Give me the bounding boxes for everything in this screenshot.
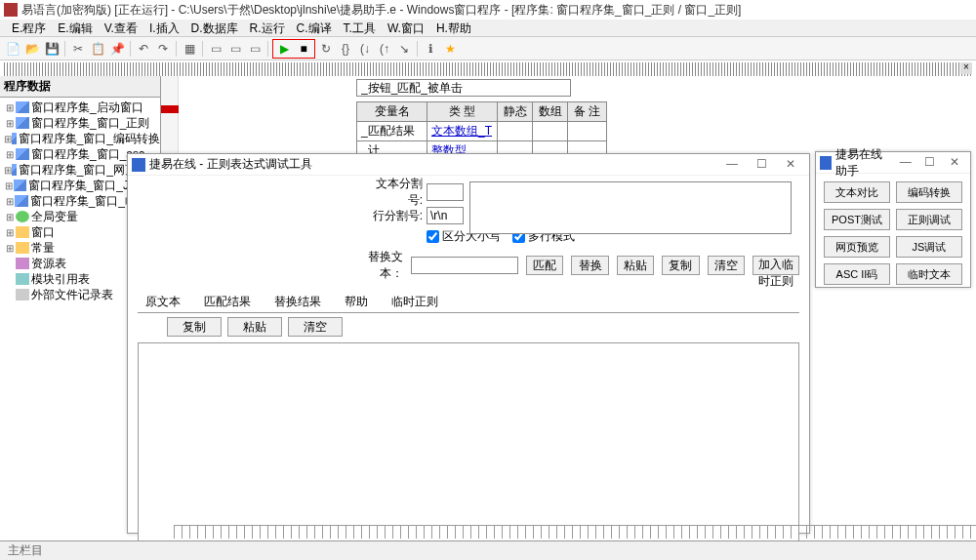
save-icon[interactable]: 💾 [43, 40, 61, 58]
status-bar: 主栏目 [0, 540, 976, 560]
sub-copy-button[interactable]: 复制 [167, 317, 222, 337]
minimize-button[interactable]: — [717, 155, 747, 175]
helper-button[interactable]: 临时文本 [896, 263, 962, 285]
separator [417, 41, 418, 57]
open-icon[interactable]: 📂 [23, 40, 41, 58]
regex-pattern-input[interactable] [469, 181, 792, 234]
menu-database[interactable]: D.数据库 [185, 20, 244, 36]
menu-search[interactable]: V.查看 [99, 20, 143, 36]
close-icon[interactable]: × [960, 62, 972, 74]
tree-item[interactable]: ⊞窗口程序集_窗口_正则 [4, 115, 160, 131]
menu-help[interactable]: H.帮助 [430, 20, 477, 36]
clear-button[interactable]: 清空 [708, 256, 745, 275]
helper-titlebar[interactable]: 捷易在线助手 — ☐ ✕ [816, 152, 970, 174]
step-out-icon[interactable]: (↑ [376, 40, 393, 58]
result-tab[interactable]: 帮助 [337, 292, 376, 312]
tree-twisty-icon[interactable]: ⊞ [4, 118, 16, 129]
folder-icon [16, 242, 29, 254]
app-icon [4, 3, 18, 17]
breadcrumb-input[interactable] [356, 79, 571, 97]
helper-title: 捷易在线助手 [835, 146, 894, 180]
helper-button[interactable]: 文本对比 [824, 181, 890, 203]
menu-file[interactable]: E.程序 [6, 20, 52, 36]
th-static: 静态 [498, 102, 533, 122]
replace-input[interactable] [411, 257, 518, 274]
run-icon[interactable]: ▶ [275, 40, 293, 58]
tree-twisty-icon[interactable]: ⊞ [4, 102, 16, 113]
helper-minimize[interactable]: — [893, 153, 917, 173]
result-tab[interactable]: 替换结果 [266, 292, 329, 312]
menu-insert[interactable]: I.插入 [143, 20, 185, 36]
bottom-tab[interactable]: 主栏目 [8, 542, 43, 559]
tree-twisty-icon[interactable]: ⊞ [4, 149, 16, 160]
ruler [174, 525, 976, 539]
replace-button[interactable]: 替换 [571, 256, 608, 275]
dock-header: × [4, 62, 972, 76]
helper-maximize[interactable]: ☐ [917, 153, 942, 173]
redo-icon[interactable]: ↷ [154, 40, 172, 58]
breakpoint-icon[interactable]: ↘ [395, 40, 413, 58]
chk-case[interactable] [427, 230, 439, 243]
window3-icon[interactable]: ▭ [246, 40, 264, 58]
tree-item[interactable]: ⊞窗口程序集_启动窗口 [4, 100, 160, 115]
dialog-icon [132, 158, 145, 172]
cell-name[interactable]: _匹配结果 [357, 122, 427, 141]
help-icon[interactable]: ℹ [422, 40, 439, 58]
cell-static[interactable] [498, 122, 533, 141]
breakpoint-mark-icon [161, 105, 179, 113]
cut-icon[interactable]: ✂ [69, 40, 87, 58]
step-over-icon[interactable]: {} [337, 40, 354, 58]
menu-tools[interactable]: T.工具 [338, 20, 382, 36]
dialog-titlebar[interactable]: 捷易在线 - 正则表达式调试工具 — ☐ ✕ [128, 154, 809, 176]
tree-twisty-icon[interactable]: ⊞ [4, 212, 16, 222]
undo-icon[interactable]: ↶ [135, 40, 152, 58]
maximize-button[interactable]: ☐ [747, 155, 776, 175]
menu-compile[interactable]: C.编译 [291, 20, 338, 36]
copy-button[interactable]: 复制 [662, 256, 699, 275]
window-icon[interactable]: ▭ [207, 40, 224, 58]
paste-icon[interactable]: 📌 [108, 40, 126, 58]
table-row[interactable]: _匹配结果文本数组_T [357, 122, 607, 141]
tree-twisty-icon[interactable]: ⊞ [4, 134, 12, 144]
new-icon[interactable]: 📄 [4, 40, 21, 58]
helper-button[interactable]: 编码转换 [896, 181, 962, 203]
tree-twisty-icon[interactable]: ⊞ [4, 243, 16, 254]
step-into-icon[interactable]: (↓ [356, 40, 374, 58]
cell-array[interactable] [533, 122, 568, 141]
star-icon[interactable]: ★ [441, 40, 459, 58]
stop-icon[interactable]: ■ [295, 40, 312, 58]
regex-tool-dialog: 捷易在线 - 正则表达式调试工具 — ☐ ✕ 文本分割号: 行分割号: 区分大小… [127, 153, 810, 534]
result-tab[interactable]: 原文本 [138, 292, 188, 312]
cell-type[interactable]: 文本数组_T [427, 122, 498, 141]
menu-run[interactable]: R.运行 [244, 20, 291, 36]
copy-icon[interactable]: 📋 [89, 40, 106, 58]
result-tab[interactable]: 匹配结果 [196, 292, 259, 312]
helper-button[interactable]: POST测试 [824, 209, 890, 230]
sub-paste-button[interactable]: 粘贴 [227, 317, 282, 337]
close-button[interactable]: ✕ [776, 155, 805, 175]
result-tab[interactable]: 临时正则 [384, 292, 446, 312]
sub-clear-button[interactable]: 清空 [288, 317, 343, 337]
step-icon[interactable]: ↻ [317, 40, 335, 58]
cell-remark[interactable] [568, 122, 607, 141]
tree-twisty-icon[interactable]: ⊞ [4, 180, 14, 191]
helper-button[interactable]: ASC II码 [824, 263, 890, 285]
tree-twisty-icon[interactable]: ⊞ [4, 227, 16, 238]
tree-twisty-icon[interactable]: ⊞ [4, 196, 15, 207]
helper-close[interactable]: ✕ [942, 153, 966, 173]
helper-button[interactable]: JS调试 [896, 236, 962, 258]
match-button[interactable]: 匹配 [526, 256, 563, 275]
helper-button[interactable]: 网页预览 [824, 236, 890, 258]
menu-window[interactable]: W.窗口 [382, 20, 430, 36]
add-temp-button[interactable]: 加入临时正则 [752, 256, 799, 275]
line-split-input[interactable] [427, 207, 464, 224]
tool-icon[interactable]: ▦ [181, 40, 198, 58]
menu-edit[interactable]: E.编辑 [52, 20, 98, 36]
tree-item-label: 模块引用表 [31, 271, 90, 288]
helper-button[interactable]: 正则调试 [896, 209, 962, 230]
text-split-input[interactable] [427, 183, 464, 201]
window2-icon[interactable]: ▭ [226, 40, 244, 58]
tree-item[interactable]: ⊞窗口程序集_窗口_编码转换 [4, 131, 160, 146]
paste-button[interactable]: 粘贴 [617, 256, 654, 275]
tree-twisty-icon[interactable]: ⊞ [4, 165, 12, 176]
